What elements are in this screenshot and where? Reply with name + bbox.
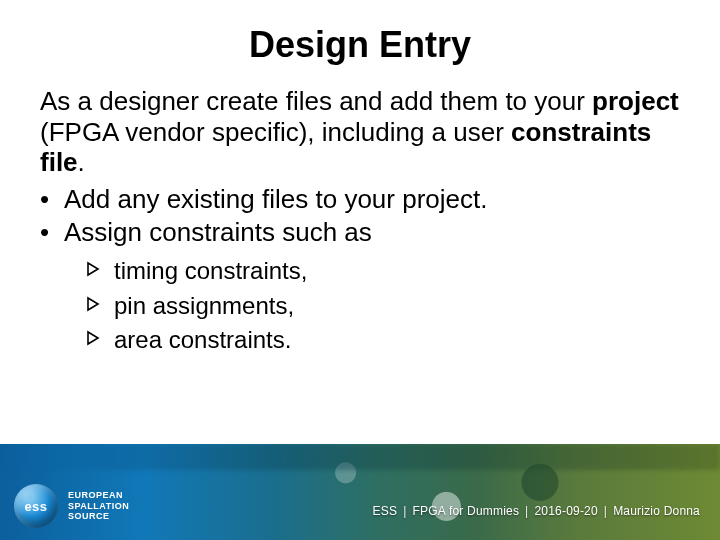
slide-body: As a designer create files and add them … (0, 86, 720, 354)
arrow-right-icon (86, 296, 102, 312)
ess-logo-line1: EUROPEAN (68, 490, 129, 500)
sub-bullet-item: timing constraints, (86, 257, 680, 285)
sub-bullet-text: timing constraints, (114, 257, 307, 284)
footer-date: 2016-09-20 (534, 504, 597, 518)
footer-text: ESS | FPGA for Dummies | 2016-09-20 | Ma… (373, 504, 700, 518)
intro-text-post: . (78, 147, 85, 177)
sub-bullet-list: timing constraints, pin assignments, are… (86, 257, 680, 354)
ess-logo-line2: SPALLATION (68, 501, 129, 511)
slide: Design Entry As a designer create files … (0, 0, 720, 540)
bullet-item: Add any existing files to your project. (40, 184, 680, 215)
footer-separator: | (403, 504, 406, 518)
ess-logo-text: EUROPEAN SPALLATION SOURCE (68, 490, 129, 521)
sub-bullet-item: area constraints. (86, 326, 680, 354)
ess-logo-line3: SOURCE (68, 511, 129, 521)
bullet-text: Assign constraints such as (64, 217, 372, 247)
sub-bullet-item: pin assignments, (86, 292, 680, 320)
intro-text-pre: As a designer create files and add them … (40, 86, 592, 116)
footer-band: ess EUROPEAN SPALLATION SOURCE ESS | FPG… (0, 444, 720, 540)
arrow-right-icon (86, 330, 102, 346)
footer-separator: | (525, 504, 528, 518)
footer-deck: FPGA for Dummies (413, 504, 520, 518)
bullet-item: Assign constraints such as (40, 217, 680, 248)
intro-paragraph: As a designer create files and add them … (40, 86, 680, 178)
ess-logo-block: ess EUROPEAN SPALLATION SOURCE (14, 484, 129, 528)
footer-band-gradient (0, 444, 720, 470)
ess-logo-abbr: ess (24, 499, 47, 514)
bullet-text: Add any existing files to your project. (64, 184, 487, 214)
footer-org: ESS (373, 504, 398, 518)
ess-logo-icon: ess (14, 484, 58, 528)
intro-bold-project: project (592, 86, 679, 116)
sub-bullet-text: area constraints. (114, 326, 291, 353)
bullet-list: Add any existing files to your project. … (40, 184, 680, 247)
intro-text-mid: (FPGA vendor specific), including a user (40, 117, 511, 147)
sub-bullet-text: pin assignments, (114, 292, 294, 319)
footer-author: Maurizio Donna (613, 504, 700, 518)
arrow-right-icon (86, 261, 102, 277)
slide-title: Design Entry (0, 0, 720, 86)
footer-separator: | (604, 504, 607, 518)
